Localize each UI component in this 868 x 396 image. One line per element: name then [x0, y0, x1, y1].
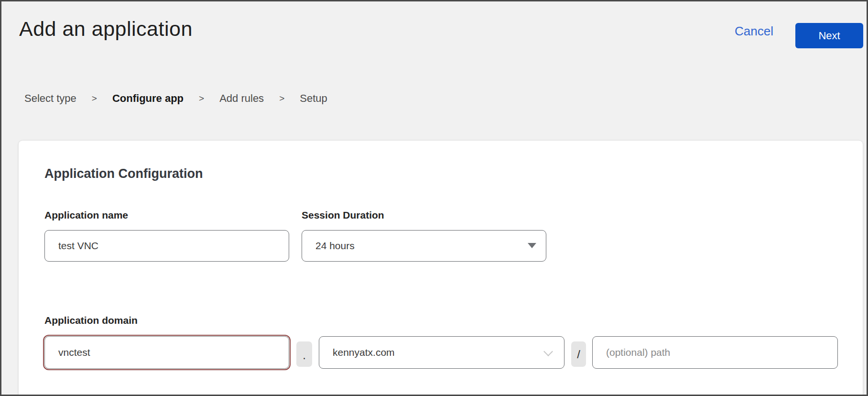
add-application-page: Add an application Cancel Next Select ty…: [0, 0, 868, 396]
application-name-label: Application name: [44, 209, 128, 221]
domain-selected-value: kennyatx.com: [333, 347, 395, 358]
dot-separator: .: [296, 341, 312, 367]
subdomain-input[interactable]: [44, 336, 289, 369]
cancel-button[interactable]: Cancel: [735, 24, 773, 39]
breadcrumb: Select type > Configure app > Add rules …: [24, 92, 327, 105]
page-title: Add an application: [19, 17, 193, 41]
breadcrumb-step-select-type[interactable]: Select type: [24, 92, 76, 105]
breadcrumb-step-configure-app[interactable]: Configure app: [112, 92, 184, 105]
breadcrumb-separator: >: [92, 93, 97, 104]
application-domain-label: Application domain: [44, 315, 138, 326]
application-name-input[interactable]: [44, 230, 289, 262]
session-duration-select[interactable]: 24 hours: [302, 230, 546, 262]
path-input[interactable]: [592, 336, 838, 369]
next-button[interactable]: Next: [795, 23, 863, 48]
section-title: Application Configuration: [44, 166, 203, 181]
breadcrumb-separator: >: [279, 93, 284, 104]
breadcrumb-step-setup[interactable]: Setup: [300, 92, 327, 105]
slash-separator: /: [571, 341, 586, 367]
domain-select[interactable]: kennyatx.com: [319, 336, 564, 369]
dropdown-arrow-icon: [528, 243, 536, 248]
session-duration-label: Session Duration: [302, 209, 384, 221]
session-duration-selected-value: 24 hours: [315, 240, 355, 252]
breadcrumb-step-add-rules[interactable]: Add rules: [219, 92, 264, 105]
breadcrumb-separator: >: [199, 93, 204, 104]
